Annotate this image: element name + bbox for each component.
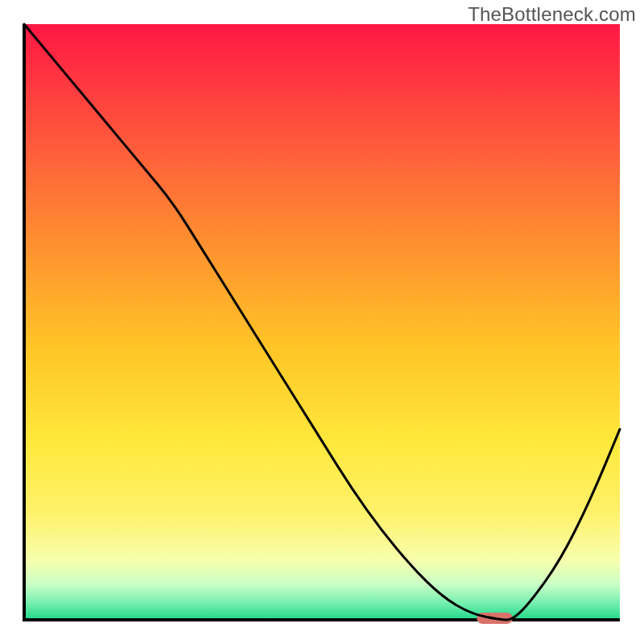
bottleneck-chart	[0, 0, 644, 644]
plot-background	[24, 24, 620, 620]
watermark-label: TheBottleneck.com	[468, 3, 636, 26]
chart-container: TheBottleneck.com	[0, 0, 644, 644]
